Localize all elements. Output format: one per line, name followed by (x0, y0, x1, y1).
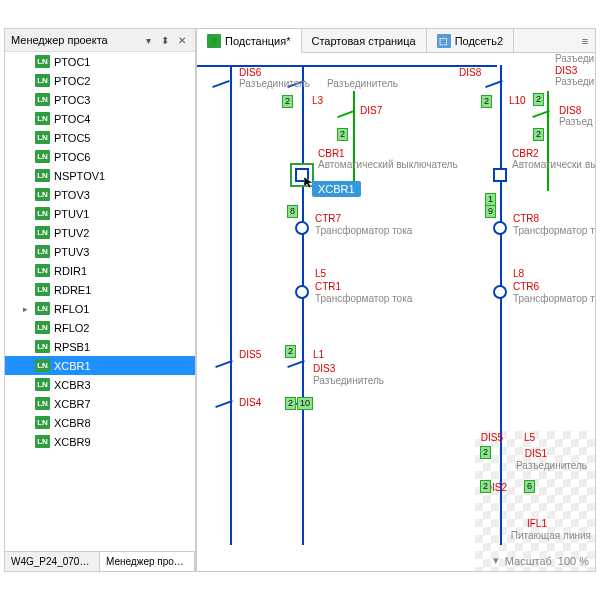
tree-item-ptuv2[interactable]: LNPTUV2 (5, 223, 195, 242)
tree-item-ptuv3[interactable]: LNPTUV3 (5, 242, 195, 261)
wire (500, 65, 502, 545)
tree-item-ptoc6[interactable]: LNPTOC6 (5, 147, 195, 166)
tree-item-xcbr1[interactable]: LNXCBR1 (5, 356, 195, 375)
wire (353, 91, 355, 191)
tree-item-rdre1[interactable]: LNRDRE1 (5, 280, 195, 299)
ln-icon: LN (35, 264, 50, 277)
sidebar-header: Менеджер проекта ▾ ⬍ ✕ (5, 29, 195, 52)
ln-icon: LN (35, 302, 50, 315)
label: вы (585, 159, 595, 170)
ln-icon: LN (35, 321, 50, 334)
pin-icon[interactable]: ⬍ (158, 33, 172, 47)
label: L5 (315, 268, 326, 279)
ln-icon: LN (35, 359, 50, 372)
ln-icon: LN (35, 435, 50, 448)
tree-item-label: PTOV3 (54, 189, 90, 201)
tab-стартоваястраница[interactable]: Стартовая страница (302, 29, 427, 52)
tree-item-rpsb1[interactable]: LNRPSB1 (5, 337, 195, 356)
tree-item-label: RDRE1 (54, 284, 91, 296)
tree-item-ptoc3[interactable]: LNPTOC3 (5, 90, 195, 109)
tree-item-xcbr9[interactable]: LNXCBR9 (5, 432, 195, 451)
tree-item-label: XCBR9 (54, 436, 91, 448)
tree-item-ptoc4[interactable]: LNPTOC4 (5, 109, 195, 128)
bottom-tab-path[interactable]: W4G_P24_070LD/X... (5, 552, 100, 571)
label: DIS8 (559, 105, 581, 116)
bottom-tab-manager[interactable]: Менеджер проекта (100, 552, 195, 571)
label: L3 (312, 95, 323, 106)
tree-item-ptov3[interactable]: LNPTOV3 (5, 185, 195, 204)
label: DIS5 (481, 432, 503, 443)
ln-icon: LN (35, 207, 50, 220)
label: Разъединитель (555, 53, 595, 64)
label: Разъединитель (239, 78, 310, 89)
tree-item-nsptov1[interactable]: LNNSPTOV1 (5, 166, 195, 185)
tree-item-rflo2[interactable]: LNRFLO2 (5, 318, 195, 337)
tree-item-ptuv1[interactable]: LNPTUV1 (5, 204, 195, 223)
ln-icon: LN (35, 397, 50, 410)
label: Трансформатор тока (315, 293, 412, 304)
terminal-tag: 2 (480, 446, 491, 459)
terminal-tag: 2 (285, 345, 296, 358)
tree-item-label: RFLO2 (54, 322, 89, 334)
tab-подстанция[interactable]: SПодстанция* (197, 29, 302, 53)
label: CBR1 (318, 148, 345, 159)
label: DIS4 (239, 397, 261, 408)
expand-icon[interactable]: ▸ (23, 304, 33, 314)
tree-item-ptoc5[interactable]: LNPTOC5 (5, 128, 195, 147)
document-tabs: SПодстанция*Стартовая страница⬚Подсеть2≡ (197, 29, 595, 53)
breaker-symbol[interactable] (493, 168, 507, 182)
tree-item-ptoc1[interactable]: LNPTOC1 (5, 52, 195, 71)
ln-icon: LN (35, 226, 50, 239)
tab-label: Стартовая страница (312, 35, 416, 47)
chevron-down-icon[interactable]: ▾ (493, 554, 499, 567)
green-icon: S (207, 34, 221, 48)
tree-item-label: PTOC6 (54, 151, 90, 163)
dropdown-icon[interactable]: ▾ (141, 33, 155, 47)
sidebar-title: Менеджер проекта (11, 34, 108, 46)
tree-item-label: PTOC3 (54, 94, 90, 106)
terminal-tag: 2 (337, 128, 348, 141)
wire (547, 91, 549, 191)
label: Разъединитель (516, 460, 587, 471)
label: DIS3 (313, 363, 335, 374)
net-icon: ⬚ (437, 34, 451, 48)
tab-menu-icon[interactable]: ≡ (575, 29, 595, 52)
ln-icon: LN (35, 283, 50, 296)
tree-item-rflo1[interactable]: ▸LNRFLO1 (5, 299, 195, 318)
tree-item-label: PTOC2 (54, 75, 90, 87)
tree-item-xcbr7[interactable]: LNXCBR7 (5, 394, 195, 413)
tree-item-rdir1[interactable]: LNRDIR1 (5, 261, 195, 280)
tab-подсеть2[interactable]: ⬚Подсеть2 (427, 29, 514, 52)
label: CTR1 (315, 281, 341, 292)
label: Питающая линия (511, 530, 591, 541)
tree-item-xcbr8[interactable]: LNXCBR8 (5, 413, 195, 432)
label: Автоматический выключатель (318, 159, 458, 170)
ln-icon: LN (35, 150, 50, 163)
zoom-label: Масштаб (505, 555, 552, 567)
ln-icon: LN (35, 416, 50, 429)
project-tree[interactable]: LNPTOC1LNPTOC2LNPTOC3LNPTOC4LNPTOC5LNPTO… (5, 52, 195, 551)
wire (230, 65, 232, 545)
zoom-control[interactable]: ▾ Масштаб 100 % (493, 554, 589, 567)
diagram-canvas[interactable]: XCBR1 DIS6 Разъединитель L3 2 Разъединит… (197, 53, 595, 571)
label: DIS5 (239, 349, 261, 360)
ln-icon: LN (35, 112, 50, 125)
terminal-tag: 2 (285, 397, 296, 410)
terminal-tag: 2 (480, 480, 491, 493)
tree-item-xcbr3[interactable]: LNXCBR3 (5, 375, 195, 394)
label: L10 (509, 95, 526, 106)
tree-item-ptoc2[interactable]: LNPTOC2 (5, 71, 195, 90)
terminal-tag: 2 (533, 93, 544, 106)
switch-symbol (212, 80, 230, 88)
close-icon[interactable]: ✕ (175, 33, 189, 47)
label: Автоматически (512, 159, 582, 170)
label: CTR7 (315, 213, 341, 224)
tree-item-label: XCBR8 (54, 417, 91, 429)
ln-icon: LN (35, 245, 50, 258)
ln-icon: LN (35, 169, 50, 182)
element-tooltip: XCBR1 (312, 181, 361, 197)
label: Разъединитель (313, 375, 384, 386)
label: DIS6 (239, 67, 261, 78)
label: DIS7 (360, 105, 382, 116)
tree-item-label: PTUV1 (54, 208, 89, 220)
